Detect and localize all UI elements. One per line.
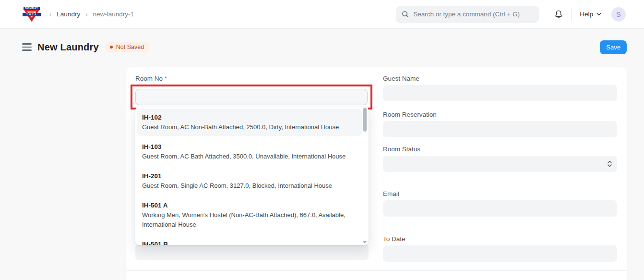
dropdown-option-title: IH-103 (142, 142, 357, 152)
room-no-input[interactable] (135, 89, 368, 105)
dropdown-option[interactable]: IH-501 B (137, 235, 362, 245)
dropdown-option[interactable]: IH-102 Guest Room, AC Non-Bath Attached,… (137, 109, 362, 136)
app-header: BOMBAY YMCA › Laundry › new-laundry-1 Se… (0, 0, 644, 29)
dropdown-option-title: IH-102 (142, 113, 357, 122)
dropdown-scrollbar-thumb[interactable] (363, 108, 367, 132)
logo-mid-text: YMCA (23, 13, 41, 16)
status-badge-label: Not Saved (116, 44, 144, 50)
global-search-input[interactable]: Search or type a command (Ctrl + G) (396, 6, 539, 23)
scroll-down-arrow-icon[interactable] (363, 241, 367, 243)
section-divider (126, 270, 627, 271)
chevron-right-icon: › (49, 11, 51, 18)
form-column-right: Guest Name Room Reservation Room Status … (383, 75, 617, 262)
dropdown-option[interactable]: IH-201 Guest Room, Single AC Room, 3127.… (137, 167, 362, 195)
breadcrumb-item-laundry[interactable]: Laundry (57, 11, 80, 18)
dropdown-option-description: Guest Room, Single AC Room, 3127.0, Bloc… (142, 181, 357, 191)
room-no-dropdown: IH-102 Guest Room, AC Non-Bath Attached,… (135, 107, 369, 245)
required-asterisk: * (165, 75, 167, 82)
select-chevrons-icon (608, 160, 612, 167)
dropdown-option[interactable]: IH-103 Guest Room, AC Bath Attached, 350… (137, 138, 362, 165)
email-field[interactable] (383, 200, 617, 217)
search-placeholder: Search or type a command (Ctrl + G) (413, 11, 520, 18)
status-badge: Not Saved (105, 42, 150, 52)
save-button[interactable]: Save (600, 40, 627, 54)
dropdown-option[interactable]: IH-501 A Working Men, Women's Hostel (No… (137, 196, 362, 233)
ymca-logo[interactable]: BOMBAY YMCA (22, 5, 41, 24)
form-card: Room No * IH-102 Guest Room, AC Non-Bath… (126, 67, 627, 280)
dropdown-option-description: Working Men, Women's Hostel (Non-AC-Bath… (142, 210, 357, 230)
header-divider (571, 8, 572, 21)
notifications-bell-icon[interactable] (554, 10, 563, 19)
search-icon (402, 11, 409, 18)
help-menu[interactable]: Help (580, 11, 601, 18)
breadcrumb-item-new-laundry: new-laundry-1 (93, 11, 134, 18)
room-reservation-label: Room Reservation (383, 111, 617, 118)
dropdown-option-title: IH-201 (142, 171, 357, 181)
guest-name-input[interactable] (383, 85, 617, 101)
breadcrumb: › Laundry › new-laundry-1 (49, 11, 134, 18)
status-dot-icon (110, 46, 113, 49)
page-title-bar: New Laundry Not Saved Save (0, 40, 644, 54)
to-date-input[interactable] (383, 245, 617, 262)
form-column-left: Room No * IH-102 Guest Room, AC Non-Bath… (135, 75, 369, 110)
page-title: New Laundry (37, 42, 99, 53)
room-status-label: Room Status (383, 146, 617, 153)
chevron-down-icon (596, 12, 601, 16)
annotation-highlight-box (131, 85, 372, 110)
to-date-label: To Date (383, 235, 617, 243)
sidebar-toggle-icon[interactable] (22, 43, 32, 51)
avatar-initial: S (616, 11, 620, 18)
dropdown-option-title: IH-501 B (142, 240, 357, 245)
left-column-lower-input[interactable] (135, 244, 369, 260)
chevron-right-icon: › (85, 11, 87, 18)
room-status-select[interactable] (383, 156, 617, 172)
logo-top-text: BOMBAY (24, 7, 40, 10)
help-label: Help (580, 11, 593, 18)
dropdown-option-description: Guest Room, AC Non-Bath Attached, 2500.0… (142, 122, 357, 132)
dropdown-option-title: IH-501 A (142, 201, 357, 210)
email-label: Email (383, 190, 617, 197)
user-avatar[interactable]: S (611, 7, 626, 22)
dropdown-option-description: Guest Room, AC Bath Attached, 3500.0, Un… (142, 152, 357, 161)
guest-name-label: Guest Name (383, 75, 617, 82)
room-no-label: Room No * (135, 75, 369, 82)
room-reservation-input[interactable] (383, 121, 617, 137)
